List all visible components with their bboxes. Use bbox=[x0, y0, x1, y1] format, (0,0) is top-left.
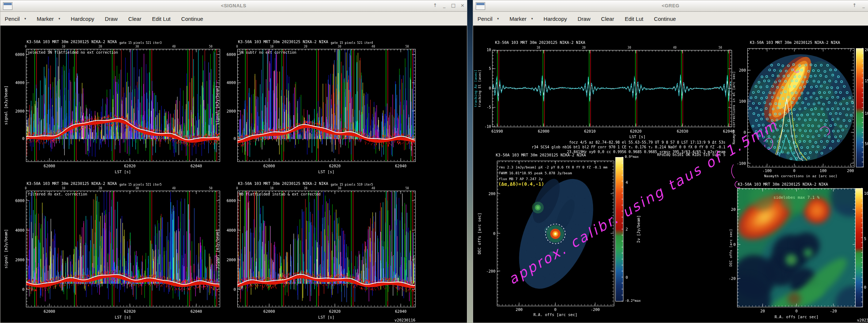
scan-info-line: focz 4/5 az 82.74-82.98 el 55.63-55.79 U… bbox=[491, 140, 725, 144]
menu-item-clear[interactable]: Clear bbox=[601, 16, 614, 22]
nasmyth-title: K3-50A 103 MRT 30m 20230125 NIKA-2 NIKA bbox=[750, 40, 840, 45]
menu-item-label: Marker bbox=[37, 16, 54, 22]
y-tick-label: 10 bbox=[482, 48, 491, 52]
subscan-tick-label: 30 bbox=[135, 187, 139, 190]
menu-item-label: Pencil bbox=[478, 16, 493, 22]
subscan-tick-label: 10 bbox=[62, 187, 65, 190]
y-tick-label: 5 bbox=[482, 66, 491, 71]
version-label: v20230116 bbox=[379, 318, 415, 322]
subscan-tick-label: 10 bbox=[62, 45, 65, 48]
dropdown-arrow-icon: ▾ bbox=[59, 17, 60, 20]
signals-plot-area: K3-50A 103 MRT 30m 20230125 NIKA-2 NIKAg… bbox=[0, 26, 467, 323]
y-tick-label: -200 bbox=[482, 269, 495, 273]
shade-button[interactable]: ↑ bbox=[852, 2, 857, 9]
y-tick-label: 4000 bbox=[9, 228, 24, 232]
menu-item-label: Clear bbox=[128, 16, 141, 22]
colorbar-tick-label: 100 bbox=[865, 111, 868, 115]
map-stats-line: rms 2.3 [mJy/beam] pX -2 pY 8.6 fX 0 fY … bbox=[499, 165, 607, 169]
greg-menubar: Pencil▾Marker▾HardcopyDrawClearEdit LutC… bbox=[473, 12, 868, 26]
x-tick-label: 62020 bbox=[625, 129, 647, 133]
signals-plot-canvas bbox=[0, 26, 467, 323]
menu-item-edit-lut[interactable]: Edit Lut bbox=[625, 16, 644, 22]
y-axis-label: DEC offs [arc sec] bbox=[477, 213, 482, 254]
map-title: K3-50A 103 MRT 30m 20230125 NIKA-2 NIKA bbox=[496, 153, 586, 157]
colorbar-tick-label: 5 bbox=[864, 236, 866, 241]
subscan-tick-label: 30 bbox=[338, 187, 341, 190]
subscan-tick-label: 20 bbox=[582, 46, 586, 49]
subscan-tick-label: 0 bbox=[25, 45, 27, 48]
x-tick-label: 0 bbox=[544, 307, 566, 312]
menu-item-marker[interactable]: Marker▾ bbox=[509, 16, 533, 22]
dropdown-arrow-icon: ▾ bbox=[531, 17, 533, 20]
menu-item-continue[interactable]: Continue bbox=[181, 16, 203, 22]
window-buttons: ↑_□× bbox=[432, 2, 465, 9]
x-axis-label: LST [s] bbox=[627, 134, 649, 139]
panel-label: SN subtr no ext correction bbox=[239, 50, 297, 54]
menu-item-marker[interactable]: Marker▾ bbox=[37, 16, 60, 22]
y-tick-label: -20 bbox=[725, 276, 736, 281]
menu-item-clear[interactable]: Clear bbox=[128, 16, 141, 22]
y-tick-label: 6000 bbox=[220, 198, 236, 203]
greg-titlebar[interactable]: <GREG ↑_ bbox=[473, 0, 868, 12]
x-tick-label: 62010 bbox=[579, 129, 601, 133]
x-tick-label: -20 bbox=[824, 309, 842, 313]
x-tick-label: 62030 bbox=[672, 129, 694, 133]
greg-plot-area: approx. calibr. using taus of 1.5mm K3-5… bbox=[473, 26, 868, 323]
colorbar-tick-label: 200 bbox=[865, 48, 868, 52]
x-tick-label: -100 bbox=[758, 168, 776, 173]
shade-button[interactable]: ↑ bbox=[432, 2, 438, 9]
map-stats-line: flux MB 7 AP 7.247 Jy bbox=[499, 177, 543, 181]
menu-item-hardcopy[interactable]: Hardcopy bbox=[71, 16, 94, 22]
x-tick-label: 200 bbox=[841, 168, 860, 173]
y-axis-label: Nasmyth corrections in el [arc sec] bbox=[732, 71, 736, 144]
y-tick-label: 0 bbox=[220, 136, 236, 141]
menu-item-label: Hardcopy bbox=[544, 16, 567, 22]
y-tick-label: 4000 bbox=[9, 80, 24, 85]
subscan-tick-label: 40 bbox=[172, 187, 176, 190]
panel-title-text: K3-50A 103 MRT 30m 20230125 NIKA-2 NIKA bbox=[27, 181, 117, 186]
menu-item-draw[interactable]: Draw bbox=[578, 16, 590, 22]
subscan-tick-label: 30 bbox=[338, 45, 341, 48]
colorbar-tick-label: 10 bbox=[864, 191, 868, 195]
y-tick-label: 0 bbox=[482, 231, 495, 236]
minimize-button[interactable]: _ bbox=[861, 2, 867, 9]
panel-title: K3-50A 103 MRT 30m 20230125 NIKA-2 NIKAg… bbox=[238, 181, 373, 186]
subscan-tick-label: 30 bbox=[135, 45, 139, 48]
y-axis-label: signal [mJy/beam] bbox=[215, 86, 219, 125]
subscan-tick-label: 20 bbox=[98, 187, 102, 190]
beam-title: K3-50A 103 MRT 30m 20230125 NIKA-2 NIKA bbox=[738, 182, 828, 186]
panel-label: MB flatfielded instab & ext corrected bbox=[239, 192, 321, 196]
menu-item-pencil[interactable]: Pencil▾ bbox=[478, 16, 499, 22]
y-tick-label: 20 bbox=[725, 207, 736, 212]
menu-item-hardcopy[interactable]: Hardcopy bbox=[544, 16, 567, 22]
x-tick-label: 62040 bbox=[185, 309, 207, 314]
y-tick-label: -5 bbox=[482, 105, 491, 109]
panel-title-text: K3-50A 103 MRT 30m 20230125 NIKA-2 NIKA bbox=[238, 181, 328, 186]
menu-item-continue[interactable]: Continue bbox=[654, 16, 676, 22]
panel-title: K3-50A 103 MRT 30m 20230125 NIKA-2 NIKAg… bbox=[238, 39, 373, 44]
x-tick-label: 62040 bbox=[390, 309, 412, 314]
y-tick-label: 6000 bbox=[9, 198, 24, 203]
panel-subtitle-text: gate 15 pixels 521 iter4 bbox=[331, 41, 373, 45]
close-button[interactable]: × bbox=[460, 2, 465, 9]
menu-item-pencil[interactable]: Pencil▾ bbox=[5, 16, 26, 22]
y-axis-label: signal [mJy/beam] bbox=[215, 229, 219, 268]
x-tick-label: 62000 bbox=[38, 164, 60, 168]
window-title: <SIGNALS bbox=[0, 3, 467, 8]
y-tick-label: 4000 bbox=[220, 228, 236, 232]
maximize-button[interactable]: □ bbox=[450, 2, 456, 9]
panel-subtitle-text: gate 15 pixels 521 iter3 bbox=[120, 41, 162, 45]
version-label: v20230116 bbox=[857, 318, 868, 322]
signals-titlebar[interactable]: <SIGNALS ↑_□× bbox=[0, 0, 467, 12]
x-tick-label: 0 bbox=[785, 168, 803, 173]
menu-item-draw[interactable]: Draw bbox=[105, 16, 118, 22]
menu-item-edit-lut[interactable]: Edit Lut bbox=[152, 16, 171, 22]
panel-subtitle-text: gate 15 pixels 519 iter5 bbox=[331, 183, 373, 186]
scan-info-line: r34 SCS4 glob nb16 bt1 bl2 FF corr 970 1… bbox=[491, 145, 725, 149]
panel-title: K3-50A 103 MRT 30m 20230125 NIKA-2 NIKAg… bbox=[27, 39, 162, 44]
minimize-button[interactable]: _ bbox=[441, 2, 447, 9]
x-tick-label: 62000 bbox=[258, 164, 280, 168]
x-tick-label: 61990 bbox=[486, 129, 508, 133]
colorbar-tick-label: 50 bbox=[865, 141, 868, 146]
y-tick-label: -10 bbox=[482, 125, 491, 129]
